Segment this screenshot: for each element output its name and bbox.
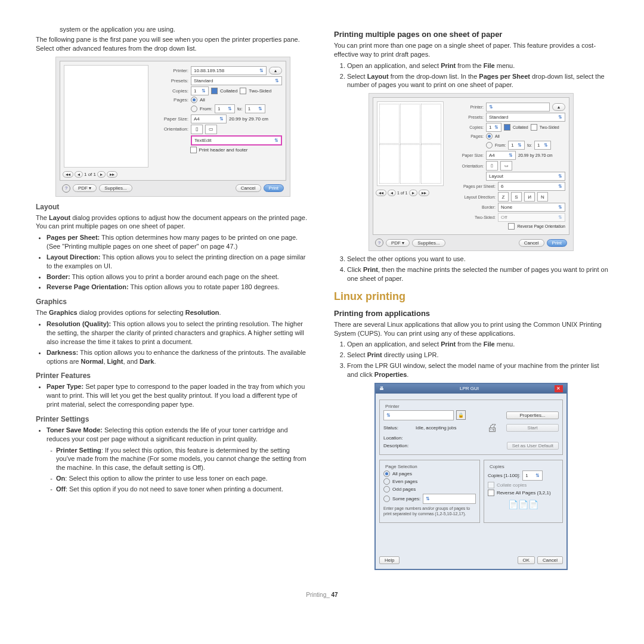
set-default-button[interactable]: Set as User Default: [507, 442, 559, 450]
lpr-gui-dialog: 🖶LPR GUI✕ Printer 🔒Properties... Status:…: [374, 383, 568, 570]
expand-button[interactable]: ▴: [269, 67, 282, 75]
printer-select-2[interactable]: [486, 103, 550, 112]
all-label-2: All: [495, 134, 500, 138]
to-label: to:: [237, 106, 243, 112]
copies-input[interactable]: 1: [191, 86, 209, 95]
orient-portrait-2[interactable]: ▯: [486, 161, 498, 171]
nav-last[interactable]: ▸▸: [107, 171, 117, 178]
page-nav-2: ◂◂◂ 1 of 1 ▸▸▸: [376, 190, 445, 196]
printer-name-select[interactable]: [383, 410, 454, 420]
psel-title: Page Selection: [383, 464, 419, 469]
page-indicator: 1 of 1: [84, 172, 96, 177]
lpr-help-button[interactable]: Help: [379, 556, 400, 564]
some-pages-label: Some pages:: [392, 496, 420, 501]
intro-line-2: The following pane is the first pane you…: [36, 35, 310, 53]
from-input-2[interactable]: 1: [508, 141, 525, 150]
description-label: Description:: [383, 443, 413, 448]
to-input-2[interactable]: 1: [534, 141, 551, 150]
copies-range-label: Copies [1-100]:: [488, 473, 520, 478]
some-pages-radio[interactable]: [383, 496, 390, 502]
nav-first-2[interactable]: ◂◂: [376, 190, 386, 196]
pages-all-radio-2[interactable]: [486, 133, 493, 140]
some-pages-input[interactable]: [423, 494, 476, 504]
dir-1[interactable]: Z: [498, 192, 509, 202]
help-icon-2[interactable]: ?: [375, 239, 383, 247]
help-icon[interactable]: ?: [62, 184, 70, 193]
orient-landscape-2[interactable]: ▭: [500, 161, 512, 171]
properties-button[interactable]: Properties...: [506, 411, 559, 419]
all-label: All: [200, 97, 205, 103]
nav-first[interactable]: ◂◂: [63, 171, 73, 178]
print-button[interactable]: Print: [264, 184, 284, 192]
printer-select[interactable]: 10.88.189.158: [191, 66, 267, 75]
supplies-button-2[interactable]: Supplies...: [412, 239, 445, 247]
reverse-checkbox[interactable]: [488, 490, 494, 496]
pages-all-radio[interactable]: [191, 97, 197, 103]
lpr-title: LPR GUI: [460, 386, 479, 391]
collated-label: Collated: [220, 88, 237, 94]
pane-select-layout[interactable]: Layout: [486, 172, 565, 181]
presets-select-2[interactable]: Standard: [486, 113, 565, 122]
nav-next-2[interactable]: ▸: [409, 190, 417, 196]
even-pages-radio[interactable]: [383, 478, 390, 485]
nav-last-2[interactable]: ▸▸: [419, 190, 429, 196]
pps-select[interactable]: 6: [498, 182, 565, 191]
start-button[interactable]: Start: [506, 424, 559, 432]
twosided-checkbox-2[interactable]: [531, 124, 537, 131]
close-icon[interactable]: ✕: [555, 385, 563, 392]
twosided-checkbox[interactable]: [240, 88, 246, 94]
nav-prev[interactable]: ◂: [75, 171, 83, 178]
papersize-select-2[interactable]: A4: [486, 151, 516, 160]
copies-label: Copies:: [156, 88, 188, 94]
supplies-button[interactable]: Supplies...: [99, 184, 132, 192]
lock-icon[interactable]: 🔒: [456, 410, 466, 420]
papersize-select[interactable]: A4: [191, 114, 227, 123]
nav-next[interactable]: ▸: [97, 171, 106, 178]
presets-select[interactable]: Standard: [191, 76, 282, 85]
pages-from-radio-2[interactable]: [486, 142, 493, 148]
lpr-ok-button[interactable]: OK: [518, 556, 535, 564]
cancel-button-2[interactable]: Cancel: [519, 239, 544, 247]
twosided-select-label: Two-Sided:: [451, 215, 496, 219]
rpo-checkbox[interactable]: [508, 223, 515, 230]
twosided-label-2: Two-Sided: [540, 125, 559, 129]
lpr-cancel-button[interactable]: Cancel: [537, 556, 563, 564]
dir-2[interactable]: S: [511, 192, 522, 202]
printer-group-title: Printer: [383, 404, 401, 409]
collated-checkbox-2[interactable]: [504, 124, 510, 131]
nav-prev-2[interactable]: ◂: [388, 190, 396, 196]
orientation-landscape[interactable]: ▭: [205, 125, 217, 134]
border-select[interactable]: None: [498, 203, 565, 212]
pdf-button[interactable]: PDF ▾: [73, 184, 97, 192]
layout-list: Pages per Sheet: This option determines …: [36, 233, 310, 292]
from-label-2: From:: [495, 143, 506, 147]
pages-from-radio[interactable]: [191, 106, 197, 112]
papersize-label-2: Paper Size:: [451, 153, 484, 157]
multipage-steps: Open an application, and select Print fr…: [334, 61, 608, 90]
all-pages-radio[interactable]: [383, 470, 390, 477]
pane-select-textedit[interactable]: TextEdit: [191, 135, 282, 145]
printer-settings-heading: Printer Settings: [36, 415, 310, 423]
copies-spinner[interactable]: 1: [522, 470, 543, 481]
twosided-select: Off: [498, 213, 565, 222]
multipage-heading: Printing multiple pages on one sheet of …: [334, 30, 608, 39]
collate-checkbox[interactable]: [488, 482, 494, 488]
phf-label: Print header and footer: [199, 147, 248, 153]
copies-input-2[interactable]: 1: [486, 123, 501, 132]
to-input[interactable]: 1: [245, 104, 265, 113]
header-footer-checkbox[interactable]: [190, 147, 197, 153]
pdf-button-2[interactable]: PDF ▾: [386, 239, 410, 247]
rpo-label: Reverse Page Orientation: [517, 224, 565, 228]
print-button-2[interactable]: Print: [547, 239, 567, 247]
collated-checkbox[interactable]: [211, 88, 218, 94]
dir-3[interactable]: И: [524, 192, 535, 202]
expand-button-2[interactable]: ▴: [552, 103, 565, 111]
cancel-button[interactable]: Cancel: [236, 184, 261, 192]
odd-pages-radio[interactable]: [383, 486, 390, 493]
orientation-portrait[interactable]: ▯: [191, 125, 203, 134]
papersize-label: Paper Size:: [156, 116, 188, 122]
pages-hint: Enter page numbers and/or groups of page…: [383, 506, 476, 517]
dir-4[interactable]: N: [537, 192, 548, 202]
from-input[interactable]: 1: [215, 104, 235, 113]
printer-settings-list: Toner Save Mode: Selecting this option e…: [36, 426, 310, 494]
